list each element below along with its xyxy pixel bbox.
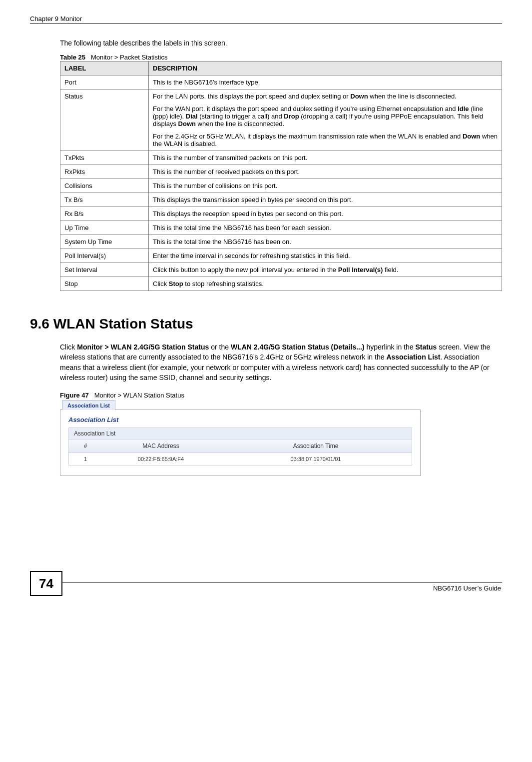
table25-label-cell: Up Time	[60, 221, 149, 235]
table-row: Up TimeThis is the total time the NBG671…	[60, 221, 502, 235]
assoc-mac-cell: 00:22:FB:65:9A:F4	[102, 453, 220, 466]
table25-label-cell: Set Interval	[60, 263, 149, 277]
table-row: RxPktsThis is the number of received pac…	[60, 165, 502, 179]
table-row: Rx B/sThis displays the reception speed …	[60, 207, 502, 221]
figure47-panel-title: Association List	[68, 416, 412, 424]
figure47-assoc-table: # MAC Address Association Time 100:22:FB…	[69, 440, 412, 465]
table25-label-cell: Rx B/s	[60, 207, 149, 221]
table25-label-cell: System Up Time	[60, 235, 149, 249]
assoc-col-time: Association Time	[220, 440, 412, 453]
figure47-tab: Association List	[62, 400, 115, 410]
figure47-assoc-box: Association List # MAC Address Associati…	[68, 428, 412, 466]
table25-label-cell: Status	[60, 90, 149, 151]
figure47-screenshot: Association List Association List Associ…	[60, 400, 502, 476]
figure47-box-header: Association List	[69, 428, 412, 440]
table25: LABEL DESCRIPTION PortThis is the NBG671…	[60, 61, 502, 291]
assoc-num-cell: 1	[69, 453, 102, 466]
table25-desc-cell: Enter the time interval in seconds for r…	[149, 249, 502, 263]
table-row: System Up TimeThis is the total time the…	[60, 235, 502, 249]
table25-head-label: LABEL	[60, 62, 149, 76]
table25-desc-cell: This is the total time the NBG6716 has b…	[149, 235, 502, 249]
table25-label-cell: TxPkts	[60, 151, 149, 165]
table25-desc-cell: This displays the transmission speed in …	[149, 193, 502, 207]
table25-desc-cell: This displays the reception speed in byt…	[149, 207, 502, 221]
table25-label-cell: Poll Interval(s)	[60, 249, 149, 263]
table25-desc-cell: This is the number of received packets o…	[149, 165, 502, 179]
table-row: Tx B/sThis displays the transmission spe…	[60, 193, 502, 207]
table-row: 100:22:FB:65:9A:F403:38:07 1970/01/01	[69, 453, 412, 466]
table25-caption: Table 25 Monitor > Packet Statistics	[60, 54, 502, 61]
table25-head-desc: DESCRIPTION	[149, 62, 502, 76]
assoc-col-mac: MAC Address	[102, 440, 220, 453]
table25-label-cell: Port	[60, 76, 149, 90]
table-row: TxPktsThis is the number of transmitted …	[60, 151, 502, 165]
table-row: StopClick Stop to stop refreshing statis…	[60, 277, 502, 291]
table25-caption-text: Monitor > Packet Statistics	[91, 54, 168, 61]
table25-label-cell: Tx B/s	[60, 193, 149, 207]
table25-caption-prefix: Table 25	[60, 54, 85, 61]
page-header: Chapter 9 Monitor	[30, 15, 502, 24]
section-9-6-body: Click Monitor > WLAN 2.4G/5G Station Sta…	[60, 342, 502, 382]
assoc-time-cell: 03:38:07 1970/01/01	[220, 453, 412, 466]
table25-desc-cell: For the LAN ports, this displays the por…	[149, 90, 502, 151]
table25-desc-cell: Click Stop to stop refreshing statistics…	[149, 277, 502, 291]
footer-guide-name: NBG6716 User’s Guide	[62, 582, 502, 592]
figure47-caption: Figure 47 Monitor > WLAN Station Status	[60, 392, 502, 399]
figure47-caption-prefix: Figure 47	[60, 392, 89, 399]
figure47-caption-text: Monitor > WLAN Station Status	[94, 392, 184, 399]
table25-desc-cell: This is the number of collisions on this…	[149, 179, 502, 193]
table-row: StatusFor the LAN ports, this displays t…	[60, 90, 502, 151]
section-9-6-heading: 9.6 WLAN Station Status	[30, 316, 502, 332]
table25-desc-cell: This is the number of transmitted packet…	[149, 151, 502, 165]
page-number: 74	[30, 571, 62, 596]
table25-desc-cell: This is the total time the NBG6716 has b…	[149, 221, 502, 235]
table25-desc-cell: This is the NBG6716’s interface type.	[149, 76, 502, 90]
table25-desc-cell: Click this button to apply the new poll …	[149, 263, 502, 277]
table25-label-cell: RxPkts	[60, 165, 149, 179]
table-row: Poll Interval(s)Enter the time interval …	[60, 249, 502, 263]
assoc-col-num: #	[69, 440, 102, 453]
table-row: Set IntervalClick this button to apply t…	[60, 263, 502, 277]
table-row: PortThis is the NBG6716’s interface type…	[60, 76, 502, 90]
table25-label-cell: Collisions	[60, 179, 149, 193]
table-row: CollisionsThis is the number of collisio…	[60, 179, 502, 193]
table25-label-cell: Stop	[60, 277, 149, 291]
intro-text: The following table describes the labels…	[60, 39, 502, 47]
chapter-label: Chapter 9 Monitor	[30, 15, 82, 22]
